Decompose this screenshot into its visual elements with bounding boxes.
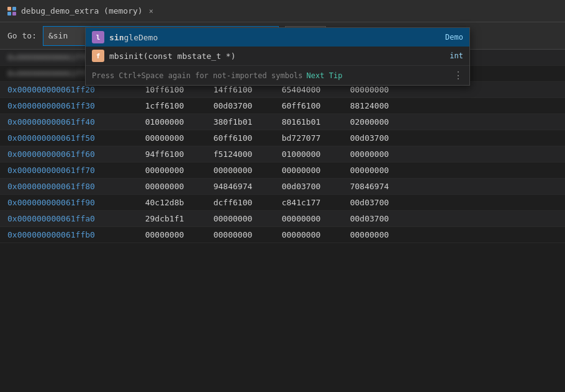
svg-rect-1 (12, 7, 16, 11)
memory-cell: 00000000 (267, 166, 335, 175)
memory-address: 0x000000000061ff80 (0, 182, 130, 191)
memory-cell: 00000000 (335, 149, 404, 159)
memory-cell: 29dcb1f1 (130, 214, 199, 223)
memory-cell: 00000000 (130, 133, 199, 143)
memory-cell: 94846974 (199, 182, 267, 191)
autocomplete-match-suffix: gleDemo (124, 33, 158, 42)
autocomplete-item-name: singleDemo (109, 33, 428, 42)
memory-cell: bd727077 (267, 133, 335, 143)
memory-cell: 00d03700 (335, 133, 404, 143)
memory-cell: 60ff6100 (199, 133, 267, 143)
memory-address: 0x000000000061ff90 (0, 198, 130, 207)
table-row: 0x000000000061ff4001000000380f1b0180161b… (0, 114, 565, 130)
table-row: 0x000000000061ff6094ff6100f5124000010000… (0, 146, 565, 163)
memory-cells: 0000000060ff6100bd72707700d03700 (130, 133, 565, 143)
memory-cell: c841c177 (267, 198, 335, 207)
memory-cell: 00d03700 (335, 198, 404, 207)
table-row: 0x000000000061ffa029dcb1f100000000000000… (0, 211, 565, 227)
memory-address: 0x000000000061ff60 (0, 149, 130, 159)
memory-cell: 00000000 (130, 230, 199, 239)
memory-cell: 65404000 (267, 85, 335, 94)
memory-cell: 380f1b01 (199, 117, 267, 127)
table-row: 0x000000000061ff80000000009484697400d037… (0, 179, 565, 195)
debug-icon (6, 6, 17, 17)
memory-cell: 02000000 (335, 117, 404, 127)
memory-cell: 00d03700 (267, 182, 335, 191)
autocomplete-item-singledemo[interactable]: l singleDemo Demo (86, 28, 469, 47)
next-tip-link[interactable]: Next Tip (307, 71, 343, 80)
memory-cell: 00d03700 (335, 214, 404, 223)
autocomplete-item-mbsinit[interactable]: f mbsinit(const mbstate_t *) int (86, 47, 469, 65)
goto-label: Go to: (7, 31, 37, 40)
autocomplete-hint: Press Ctrl+Space again for not-imported … (86, 65, 469, 85)
memory-cell: 00000000 (335, 230, 404, 239)
autocomplete-item-type: Demo (433, 33, 463, 42)
autocomplete-item-icon-f: f (92, 50, 104, 62)
memory-cell: 14ff6100 (199, 85, 267, 94)
memory-cells: 1cff610000d0370060ff610088124000 (130, 101, 565, 110)
memory-cell: 80161b01 (267, 117, 335, 127)
hint-text: Press Ctrl+Space again for not-imported … (92, 71, 303, 80)
memory-cell: 00000000 (199, 214, 267, 223)
window-title: debug_demo_extra (memory) (21, 6, 143, 16)
svg-rect-2 (7, 12, 11, 16)
memory-cell: 60ff6100 (267, 101, 335, 110)
table-row: 0x000000000061ff9040c12d8bdcff6100c841c1… (0, 195, 565, 211)
memory-address: 0x000000000061ff70 (0, 166, 130, 175)
table-row: 0x000000000061ff500000000060ff6100bd7270… (0, 130, 565, 146)
memory-cell: 94ff6100 (130, 149, 199, 159)
memory-cell: 01000000 (267, 149, 335, 159)
memory-cells: 29dcb1f1000000000000000000d03700 (130, 214, 565, 223)
memory-cell: 00000000 (199, 230, 267, 239)
memory-cells: 00000000000000000000000000000000 (130, 166, 565, 175)
memory-cell: 00000000 (130, 166, 199, 175)
memory-cell: 00000000 (267, 230, 335, 239)
autocomplete-dropdown: l singleDemo Demo f mbsinit(const mbstat… (85, 27, 470, 86)
memory-cell: 88124000 (335, 101, 404, 110)
memory-cell: 00d03700 (199, 101, 267, 110)
autocomplete-item-name-2: mbsinit(const mbstate_t *) (109, 51, 432, 61)
memory-cells: 94ff6100f51240000100000000000000 (130, 149, 565, 159)
memory-address: 0x000000000061ff40 (0, 117, 130, 127)
more-options-icon[interactable]: ⋮ (453, 69, 463, 81)
memory-address: 0x000000000061ff50 (0, 133, 130, 143)
svg-rect-0 (7, 7, 11, 11)
table-row: 0x000000000061ffb00000000000000000000000… (0, 227, 565, 243)
table-row: 0x000000000061ff301cff610000d0370060ff61… (0, 98, 565, 114)
memory-cell: 00000000 (199, 166, 267, 175)
svg-rect-3 (12, 12, 16, 16)
memory-cells: 01000000380f1b0180161b0102000000 (130, 117, 565, 127)
memory-cells: 40c12d8bdcff6100c841c17700d03700 (130, 198, 565, 207)
memory-cell: 00000000 (267, 214, 335, 223)
memory-cell: 00000000 (335, 85, 404, 94)
memory-address: 0x000000000061ff30 (0, 101, 130, 110)
memory-address: 0x000000000061ffa0 (0, 214, 130, 223)
memory-cell: 1cff6100 (130, 101, 199, 110)
memory-cell: 10ff6100 (130, 85, 199, 94)
title-bar: debug_demo_extra (memory) × (0, 0, 565, 22)
memory-cells: 00000000000000000000000000000000 (130, 230, 565, 239)
autocomplete-item-icon-l: l (92, 31, 104, 43)
memory-cell: 40c12d8b (130, 198, 199, 207)
memory-cell: 01000000 (130, 117, 199, 127)
memory-cells: 10ff610014ff61006540400000000000 (130, 85, 565, 94)
memory-cell: 00000000 (130, 182, 199, 191)
autocomplete-match-prefix: sin (109, 33, 124, 42)
memory-cell: f5124000 (199, 149, 267, 159)
table-row: 0x000000000061ff700000000000000000000000… (0, 163, 565, 179)
memory-cell: 70846974 (335, 182, 404, 191)
autocomplete-item-type-2: int (437, 51, 463, 60)
memory-cells: 000000009484697400d0370070846974 (130, 182, 565, 191)
memory-cell: 00000000 (335, 166, 404, 175)
memory-cell: dcff6100 (199, 198, 267, 207)
memory-address: 0x000000000061ffb0 (0, 230, 130, 239)
close-icon[interactable]: × (149, 7, 153, 16)
memory-address: 0x000000000061ff20 (0, 85, 130, 94)
